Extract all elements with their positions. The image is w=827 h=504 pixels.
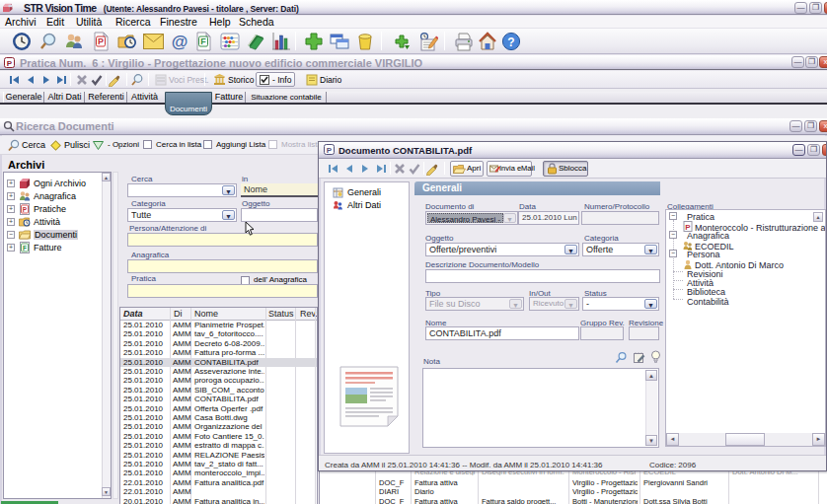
svg-text:P: P xyxy=(7,59,13,68)
svg-text:?: ? xyxy=(507,36,514,49)
svg-text:@: @ xyxy=(172,33,188,51)
svg-text:F: F xyxy=(200,36,206,46)
svg-text:F: F xyxy=(23,245,27,252)
svg-text:P: P xyxy=(98,36,104,46)
svg-text:P: P xyxy=(23,206,28,213)
svg-text:P: P xyxy=(327,146,333,155)
